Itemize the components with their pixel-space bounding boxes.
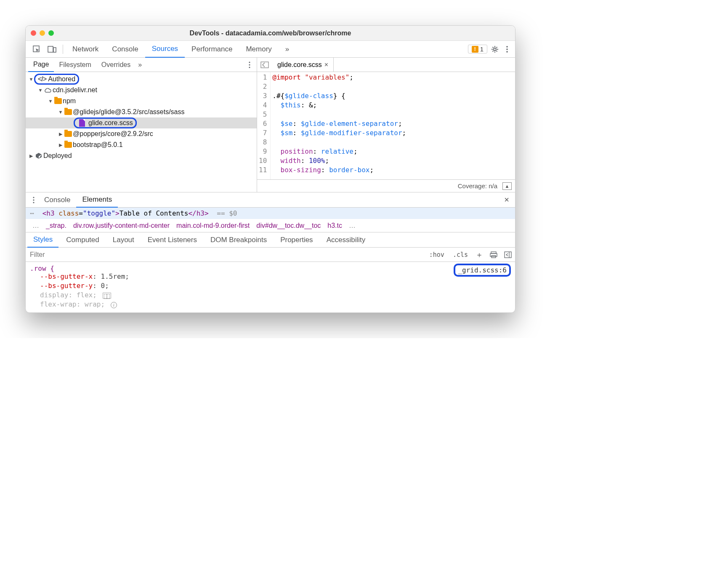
drawer-tab-elements[interactable]: Elements	[76, 192, 118, 208]
editor-tabbar: glide.core.scss ×	[257, 58, 515, 72]
svg-point-7	[249, 61, 250, 63]
tree-deployed[interactable]: ▶ Deployed	[26, 150, 257, 161]
drawer-more-icon[interactable]	[29, 196, 38, 204]
nav-tab-filesystem[interactable]: Filesystem	[54, 58, 96, 72]
breadcrumb-item[interactable]: …	[345, 222, 359, 229]
svg-point-9	[249, 67, 250, 68]
cloud-icon	[43, 87, 53, 93]
tree-label: npm	[63, 97, 76, 105]
styles-filter-input[interactable]	[26, 251, 425, 259]
svg-point-11	[33, 197, 34, 198]
code-editor[interactable]: 1234567891011 @import "variables";.#{$gl…	[257, 72, 515, 179]
caret-right-icon: ▶	[28, 153, 34, 159]
caret-down-icon: ▼	[48, 99, 53, 104]
svg-point-3	[494, 48, 496, 51]
tab-console[interactable]: Console	[105, 41, 145, 58]
nav-tab-overrides[interactable]: Overrides	[96, 58, 136, 72]
devtools-window: DevTools - datacadamia.com/web/browser/c…	[25, 25, 515, 313]
selected-element[interactable]: ⋯ <h3 class="toggle">Table of Contents</…	[26, 208, 515, 219]
device-toggle-icon[interactable]	[44, 43, 60, 55]
warning-count: 1	[480, 45, 484, 53]
tabs-overflow[interactable]: »	[279, 41, 296, 58]
close-tab-icon[interactable]: ×	[324, 61, 328, 69]
tree-label: cdn.jsdelivr.net	[53, 86, 97, 94]
line-gutter: 1234567891011	[257, 72, 271, 179]
breadcrumb-item[interactable]: main.col-md-9.order-first	[173, 222, 253, 229]
dom-breadcrumb[interactable]: … _strap. div.row.justify-content-md-cen…	[26, 219, 515, 232]
editor-tab[interactable]: glide.core.scss ×	[272, 58, 334, 72]
styles-tab-layout[interactable]: Layout	[107, 232, 140, 248]
tab-performance[interactable]: Performance	[185, 41, 239, 58]
editor-tab-label: glide.core.scss	[277, 61, 322, 69]
tree-bootstrap[interactable]: ▶ bootstrap@5.0.1	[26, 139, 257, 150]
tab-memory[interactable]: Memory	[239, 41, 278, 58]
tree-label: bootstrap@5.0.1	[73, 141, 123, 149]
tree-npm[interactable]: ▼ npm	[26, 96, 257, 107]
tree-cdn[interactable]: ▼ cdn.jsdelivr.net	[26, 85, 257, 96]
styles-tab-styles[interactable]: Styles	[27, 232, 58, 248]
styles-tab-breakpoints[interactable]: DOM Breakpoints	[205, 232, 273, 248]
print-icon[interactable]	[486, 251, 501, 258]
expand-drawer-icon[interactable]: ▲	[502, 182, 512, 190]
history-back-icon[interactable]	[257, 61, 272, 68]
breadcrumb-item[interactable]: div#dw__toc.dw__toc	[253, 222, 324, 229]
styles-tab-accessibility[interactable]: Accessibility	[321, 232, 372, 248]
cls-toggle[interactable]: .cls	[449, 251, 472, 259]
styles-tab-computed[interactable]: Computed	[60, 232, 105, 248]
main-toolbar: Network Console Sources Performance Memo…	[26, 41, 515, 58]
tab-network[interactable]: Network	[66, 41, 105, 58]
tree-glide-path[interactable]: ▼ @glidejs/glide@3.5.2/src/assets/sass	[26, 107, 257, 117]
more-menu-icon[interactable]	[502, 43, 512, 55]
navigator-panel: Page Filesystem Overrides » ▼ </> Author…	[26, 58, 257, 192]
svg-point-13	[33, 202, 34, 203]
breadcrumb-item[interactable]: _strap.	[43, 222, 70, 229]
styles-tab-properties[interactable]: Properties	[274, 232, 319, 248]
close-button[interactable]	[31, 30, 36, 36]
close-drawer-icon[interactable]: ×	[502, 195, 512, 205]
breadcrumb-item[interactable]: …	[29, 222, 43, 229]
maximize-button[interactable]	[48, 30, 54, 36]
css-rule[interactable]: _grid.scss:6 .row { --bs-gutter-x: 1.5re…	[26, 262, 515, 312]
breadcrumb-item[interactable]: div.row.justify-content-md-center	[70, 222, 173, 229]
tree-authored[interactable]: ▼ </> Authored	[26, 74, 257, 85]
folder-icon	[64, 131, 73, 137]
drawer-tabs: Console Elements ×	[26, 192, 515, 208]
settings-icon[interactable]	[487, 43, 502, 55]
tab-sources[interactable]: Sources	[145, 41, 185, 58]
caret-right-icon: ▶	[58, 142, 64, 148]
new-style-icon[interactable]: ＋	[472, 250, 486, 260]
minimize-button[interactable]	[40, 30, 45, 36]
coverage-bar: Coverage: n/a ▲	[257, 179, 515, 192]
tree-label: Authored	[48, 75, 75, 83]
breadcrumb-item[interactable]: h3.tc	[324, 222, 345, 229]
folder-icon	[53, 98, 63, 104]
tree-label: glide.core.scss	[88, 119, 133, 127]
css-selector: .row {	[30, 264, 54, 272]
inspect-icon[interactable]	[29, 43, 44, 55]
element-html: <h3 class="toggle">Table of Contents</h3…	[43, 209, 237, 217]
code-content: @import "variables";.#{$glide-class} { $…	[271, 72, 408, 179]
navigator-more-icon[interactable]	[245, 61, 254, 69]
file-icon	[77, 119, 87, 127]
styles-tab-listeners[interactable]: Event Listeners	[142, 232, 203, 248]
sidebar-toggle-icon[interactable]	[501, 251, 515, 258]
tree-glide-file[interactable]: glide.core.scss	[26, 117, 257, 128]
drawer-tab-console[interactable]: Console	[38, 192, 76, 208]
warnings-badge[interactable]: ! 1	[468, 45, 487, 53]
svg-point-8	[249, 64, 250, 65]
caret-down-icon: ▼	[37, 88, 43, 93]
svg-point-12	[33, 199, 34, 200]
hov-toggle[interactable]: :hov	[425, 251, 449, 259]
folder-icon	[64, 142, 73, 148]
nav-tabs-overflow[interactable]: »	[136, 61, 144, 69]
source-link[interactable]: _grid.scss:6	[454, 264, 511, 277]
tree-label: Deployed	[43, 152, 72, 160]
svg-rect-1	[48, 46, 53, 52]
ellipsis-icon: ⋯	[30, 209, 34, 217]
file-tree: ▼ </> Authored ▼ cdn.jsdelivr.net ▼	[26, 72, 257, 192]
tree-popper[interactable]: ▶ @popperjs/core@2.9.2/src	[26, 128, 257, 139]
svg-rect-2	[53, 48, 56, 52]
code-icon: </>	[38, 75, 46, 83]
titlebar: DevTools - datacadamia.com/web/browser/c…	[26, 26, 515, 41]
nav-tab-page[interactable]: Page	[28, 58, 54, 72]
